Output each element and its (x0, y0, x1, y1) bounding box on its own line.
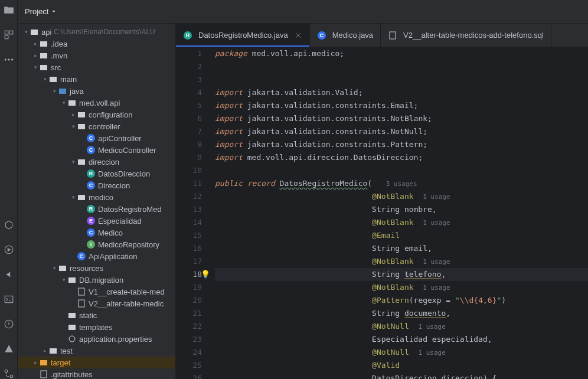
tree-item[interactable]: V1__create-table-med (18, 286, 175, 298)
tree-item[interactable]: CDireccion (18, 179, 175, 191)
svg-rect-12 (40, 41, 47, 47)
svg-point-10 (10, 375, 13, 378)
project-tree[interactable]: ▾ api C:\Users\Elena\Documents\ALU ▸.ide… (18, 24, 176, 379)
svg-rect-29 (50, 348, 57, 354)
tree-item[interactable]: ▾DB.migration (18, 274, 175, 286)
class-icon: C (318, 31, 326, 40)
svg-rect-19 (78, 124, 85, 129)
svg-rect-31 (41, 371, 47, 378)
svg-rect-0 (5, 31, 8, 34)
intention-bulb-icon[interactable]: 💡 (201, 268, 210, 281)
tab-medico[interactable]: C Medico.java (310, 24, 381, 47)
vcs-icon[interactable] (4, 368, 14, 379)
tree-item[interactable]: ▾direccion (18, 156, 175, 168)
svg-rect-1 (9, 31, 13, 34)
record-icon: R (184, 31, 192, 40)
tree-item[interactable]: application.properties (18, 333, 175, 345)
tree-item[interactable]: templates (18, 321, 175, 333)
svg-point-5 (11, 58, 12, 60)
code-lines[interactable]: package med.voll.api.medico;import jakar… (213, 47, 588, 379)
svg-rect-23 (68, 277, 76, 283)
svg-rect-21 (78, 195, 85, 200)
tree-item[interactable]: IMedicoRepository (18, 238, 175, 250)
line-gutter: 1234567891011121314151617181920212223242… (176, 47, 213, 379)
tree-item[interactable]: EEspecialidad (18, 215, 175, 227)
svg-rect-30 (40, 360, 47, 365)
tab-sql[interactable]: V2__alter-table-medicos-add-telefono.sql (381, 24, 551, 47)
tree-item[interactable]: RDatosRegistroMed (18, 203, 175, 215)
code-editor[interactable]: 1234567891011121314151617181920212223242… (176, 47, 588, 379)
svg-point-9 (5, 370, 8, 373)
svg-rect-27 (68, 325, 76, 330)
tree-item[interactable]: ▾medico (18, 191, 175, 203)
tab-label: DatosRegistroMedico.java (198, 31, 288, 40)
tree-item[interactable]: ▾main (18, 73, 175, 85)
svg-rect-26 (68, 313, 76, 318)
svg-rect-22 (59, 266, 66, 271)
close-icon[interactable] (294, 31, 302, 40)
tree-item-target[interactable]: ▸target (18, 357, 175, 368)
svg-rect-7 (5, 296, 13, 302)
tree-item[interactable]: .gitattributes (18, 368, 175, 379)
tree-item[interactable]: ▾med.voll.api (18, 97, 175, 109)
svg-rect-14 (40, 65, 47, 70)
project-header[interactable]: Project (18, 0, 588, 24)
tree-item[interactable]: CApiApplication (18, 250, 175, 262)
svg-point-4 (8, 58, 9, 60)
project-label: Project (25, 7, 48, 16)
svg-rect-25 (79, 300, 84, 307)
tree-item[interactable]: ▸.idea (18, 38, 175, 50)
tree-item[interactable]: ▸configuration (18, 109, 175, 120)
svg-rect-13 (40, 53, 47, 58)
svg-point-3 (4, 58, 6, 60)
run-icon[interactable] (4, 244, 14, 255)
tree-item[interactable]: ▸.mvn (18, 50, 175, 61)
editor-tabs: R DatosRegistroMedico.java C Medico.java… (176, 24, 588, 47)
problems-icon[interactable] (4, 319, 14, 329)
structure-icon[interactable] (4, 30, 14, 40)
tree-item[interactable]: ▾src (18, 61, 175, 73)
tree-item[interactable]: CMedico (18, 227, 175, 238)
svg-rect-11 (31, 30, 38, 35)
svg-rect-15 (50, 77, 57, 82)
svg-rect-16 (59, 89, 66, 94)
svg-rect-18 (78, 112, 85, 117)
svg-rect-17 (68, 100, 76, 106)
tree-item[interactable]: ▸test (18, 345, 175, 357)
chevron-down-icon (51, 9, 57, 15)
debug-icon[interactable] (4, 269, 14, 280)
tree-item[interactable]: ▾java (18, 85, 175, 97)
tree-item[interactable]: ▾resources (18, 262, 175, 274)
svg-rect-24 (79, 288, 84, 295)
tree-item[interactable]: ▾controller (18, 120, 175, 132)
more-icon[interactable] (4, 54, 14, 65)
svg-rect-2 (5, 35, 8, 39)
tab-label: V2__alter-table-medicos-add-telefono.sql (403, 31, 544, 40)
tree-item[interactable]: RDatosDireccion (18, 168, 175, 179)
tree-item[interactable]: CapiController (18, 132, 175, 144)
tree-item[interactable]: V2__alter-table-medic (18, 298, 175, 309)
tab-label: Medico.java (332, 31, 373, 40)
tree-item[interactable]: CMedicoController (18, 144, 175, 156)
svg-rect-20 (78, 159, 85, 165)
build-icon[interactable] (4, 220, 14, 230)
folder-icon[interactable] (4, 5, 14, 15)
terminal-icon[interactable] (4, 294, 14, 305)
tree-root[interactable]: ▾ api C:\Users\Elena\Documents\ALU (18, 26, 175, 38)
svg-point-28 (69, 336, 75, 342)
file-icon (388, 31, 397, 40)
warning-icon[interactable] (4, 344, 14, 354)
tree-item[interactable]: static (18, 309, 175, 321)
left-toolbar (0, 0, 18, 379)
svg-rect-32 (390, 32, 396, 39)
tab-datosregistro[interactable]: R DatosRegistroMedico.java (176, 24, 310, 47)
